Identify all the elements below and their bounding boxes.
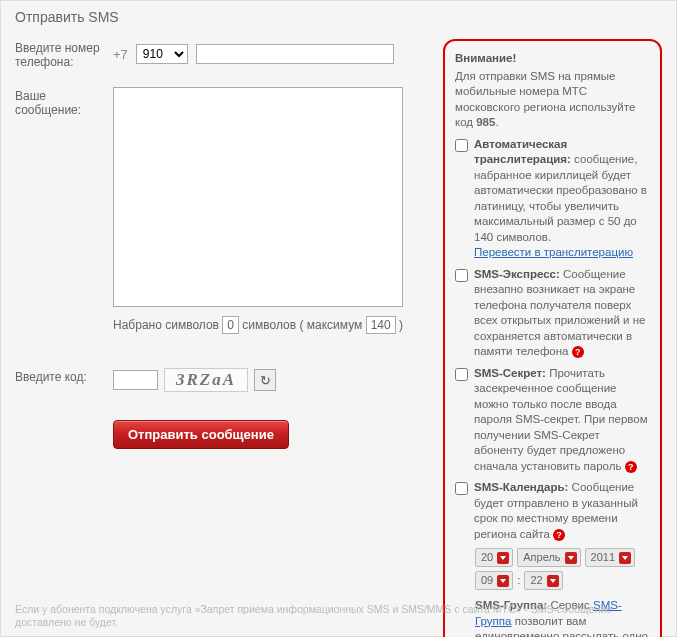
info-panel: Внимание! Для отправки SMS на прямые моб…: [443, 39, 662, 637]
secret-checkbox[interactable]: [455, 368, 468, 381]
char-counter: Набрано символов 0 символов ( максимум 1…: [113, 316, 435, 334]
chevron-down-icon: [547, 575, 559, 587]
refresh-icon: ↻: [260, 373, 271, 388]
phone-prefix: +7: [113, 47, 128, 62]
footer-note: Если у абонента подключена услуга «Запре…: [15, 603, 662, 630]
chars-typed-box: 0: [222, 316, 239, 334]
chars-max-box: 140: [366, 316, 396, 334]
express-checkbox[interactable]: [455, 269, 468, 282]
year-select[interactable]: 2011: [585, 548, 635, 567]
hour-select[interactable]: 09: [475, 571, 513, 590]
calendar-checkbox[interactable]: [455, 482, 468, 495]
phone-label: Введите номер телефона:: [15, 39, 113, 69]
attention-title: Внимание!: [455, 51, 650, 67]
help-icon[interactable]: ?: [625, 461, 637, 473]
help-icon[interactable]: ?: [572, 346, 584, 358]
page-title: Отправить SMS: [15, 9, 662, 25]
captcha-label: Введите код:: [15, 368, 113, 392]
chevron-down-icon: [619, 552, 631, 564]
time-select-row: 09 : 22: [475, 571, 650, 590]
option-express: SMS-Экспресс: Сообщение внезапно возника…: [455, 267, 650, 360]
transliterate-link[interactable]: Перевести в транслитерацию: [474, 246, 633, 258]
message-textarea[interactable]: [113, 87, 403, 307]
phone-code-select[interactable]: 910: [136, 44, 188, 64]
form-column: Введите номер телефона: +7 910 Ваше сооб…: [15, 39, 435, 637]
message-label: Ваше сообщение:: [15, 87, 113, 334]
captcha-input[interactable]: [113, 370, 158, 390]
date-select-row: 20 Апрель 2011: [475, 548, 650, 567]
help-icon[interactable]: ?: [553, 529, 565, 541]
chevron-down-icon: [497, 552, 509, 564]
option-transliteration: Автоматическая транслитерация: сообщение…: [455, 137, 650, 261]
chevron-down-icon: [565, 552, 577, 564]
submit-button[interactable]: Отправить сообщение: [113, 420, 289, 449]
day-select[interactable]: 20: [475, 548, 513, 567]
chevron-down-icon: [497, 575, 509, 587]
minute-select[interactable]: 22: [524, 571, 562, 590]
transliteration-checkbox[interactable]: [455, 139, 468, 152]
captcha-image: 3RZaA: [164, 368, 248, 392]
phone-number-input[interactable]: [196, 44, 394, 64]
month-select[interactable]: Апрель: [517, 548, 580, 567]
attention-text: Для отправки SMS на прямые мобильные ном…: [455, 69, 650, 131]
option-calendar: SMS-Календарь: Сообщение будет отправлен…: [455, 480, 650, 542]
option-secret: SMS-Секрет: Прочитать засекреченное сооб…: [455, 366, 650, 475]
refresh-captcha-button[interactable]: ↻: [254, 369, 276, 391]
